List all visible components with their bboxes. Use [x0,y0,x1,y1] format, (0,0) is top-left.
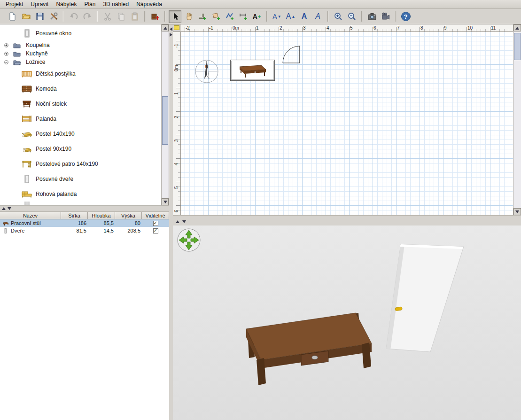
expand-up-button[interactable] [2,207,6,210]
catalog-item-postel-90x190[interactable]: Postel 90x190 [0,141,161,156]
help-button[interactable]: ? [399,10,412,23]
left-right-split-divider[interactable] [169,24,173,420]
catalog-item-partially-visible[interactable] [0,202,161,205]
create-text-button[interactable]: A+ [250,10,263,23]
toggle-italic-button[interactable]: A [311,10,324,23]
scroll-down-button[interactable] [513,208,521,215]
create-polylines-button[interactable] [223,10,236,23]
tree-expanded-toggle-icon[interactable] [3,60,9,65]
3d-navigation-control[interactable] [178,229,200,251]
visible-checkbox[interactable]: ✓ [153,221,158,226]
zoom-out-button[interactable] [345,10,358,23]
plan-compass[interactable]: N [195,60,218,83]
catalog-item-posuvne-dvere[interactable]: Posuvné dveře [0,171,161,187]
visible-checkbox[interactable]: ✓ [153,228,158,233]
catalog-category-kuchyne[interactable]: Kuchyně [0,49,161,58]
create-video-button[interactable] [379,10,392,23]
menu-3d-nahled[interactable]: 3D náhled [99,0,132,8]
plan-scrollbar[interactable] [513,24,521,215]
letter-a-icon: A [272,13,277,20]
scroll-up-button[interactable] [162,24,169,31]
expand-up-button[interactable] [176,220,179,223]
catalog-item-detska-postylka[interactable]: Dětská postýlka [0,66,161,81]
scissors-icon [103,12,112,21]
column-header-vyska[interactable]: Výška [115,212,142,219]
zoom-in-button[interactable] [332,10,344,23]
catalog-table-split-divider[interactable] [0,205,169,212]
column-header-sirka[interactable]: Šířka [61,212,88,219]
plan-canvas[interactable]: N [181,32,513,215]
decrease-text-size-button[interactable]: A▼ [271,10,283,23]
select-tool-button[interactable] [169,10,181,23]
collapse-left-button[interactable] [170,27,172,31]
scroll-down-button[interactable] [162,198,169,205]
create-dimensions-button[interactable] [237,10,249,23]
plan-furniture-desk[interactable] [231,60,275,81]
corner-bunk-icon [21,190,33,198]
toggle-bold-button[interactable]: A [298,10,311,23]
preferences-button[interactable] [47,10,60,23]
furniture-catalog-panel: Posuvné okno Koupelna Kuchyně Ložnice Dě… [0,24,169,205]
save-plan-button[interactable] [33,10,46,23]
tree-scrollbar[interactable] [161,24,169,205]
nightstand-icon [21,100,33,108]
menu-plan[interactable]: Plán [80,0,99,8]
scrollbar-thumb[interactable] [162,96,168,145]
expand-right-button[interactable] [170,33,172,37]
wall-icon [198,12,207,21]
menu-nabytek[interactable]: Nábytek [52,0,80,8]
furniture-catalog-tree[interactable]: Posuvné okno Koupelna Kuchyně Ložnice Dě… [0,24,161,205]
plan-3d-split-divider[interactable] [173,215,521,226]
triangle-down-icon [163,201,167,203]
toolbar-separator [97,11,98,22]
pan-tool-button[interactable] [182,10,195,23]
add-furniture-button[interactable] [148,10,161,23]
column-header-nazev[interactable]: Název [0,212,61,219]
column-header-viditelne[interactable]: Viditelné [142,212,169,219]
collapse-down-button[interactable] [182,220,186,223]
catalog-item-komoda[interactable]: Komoda [0,81,161,96]
scrollbar-thumb[interactable] [514,33,521,60]
tree-collapsed-toggle-icon[interactable] [3,51,9,56]
catalog-category-koupelna[interactable]: Koupelna [0,41,161,49]
collapse-down-button[interactable] [8,207,11,210]
scroll-up-button[interactable] [513,24,521,31]
increase-text-size-button[interactable]: A▲ [284,10,297,23]
catalog-item-nocni-stolek[interactable]: Noční stolek [0,96,161,111]
create-walls-button[interactable] [196,10,209,23]
furniture-row-dvere[interactable]: Dveře 81,5 14,5 208,5 ✓ [0,227,169,234]
catalog-item-rohova-palanda[interactable]: Rohová palanda [0,187,161,202]
menu-projekt[interactable]: Projekt [2,0,27,8]
catalog-item-postel-140x190[interactable]: Postel 140x190 [0,126,161,141]
furniture-row-pracovni-stul[interactable]: Pracovní stůl 186 85,5 80 ✓ [0,219,169,227]
furniture-height: 80 [115,219,142,227]
new-document-icon [8,12,17,21]
3d-view-panel[interactable] [173,226,521,420]
menu-napoveda[interactable]: Nápověda [132,0,166,8]
column-header-hloubka[interactable]: Hloubka [88,212,115,219]
cut-button[interactable] [101,10,114,23]
arrow-down-icon: ▼ [278,15,281,19]
tree-collapsed-toggle-icon[interactable] [3,43,9,48]
furniture-depth: 14,5 [88,227,115,234]
redo-button[interactable] [81,10,93,23]
plan-door-symbol[interactable] [283,46,300,63]
catalog-item-palanda[interactable]: Palanda [0,111,161,126]
3d-door-object[interactable] [386,244,464,352]
menu-upravit[interactable]: Upravit [27,0,52,8]
catalog-item-posuvne-okno[interactable]: Posuvné okno [0,26,161,41]
3d-desk-object[interactable] [246,313,372,385]
catalog-item-postelove-patro-140x190[interactable]: Postelové patro 140x190 [0,156,161,171]
level-indicator[interactable] [174,25,179,30]
create-rooms-button[interactable] [210,10,222,23]
create-photo-button[interactable] [365,10,378,23]
copy-button[interactable] [115,10,127,23]
new-plan-button[interactable] [6,10,19,23]
paste-button[interactable] [128,10,141,23]
application-window: Projekt Upravit Nábytek Plán 3D náhled N… [0,0,521,420]
triangle-down-icon [515,210,519,213]
catalog-category-loznice[interactable]: Ložnice [0,58,161,66]
open-plan-button[interactable] [20,10,32,23]
undo-button[interactable] [67,10,80,23]
check-icon: ✓ [154,221,157,226]
